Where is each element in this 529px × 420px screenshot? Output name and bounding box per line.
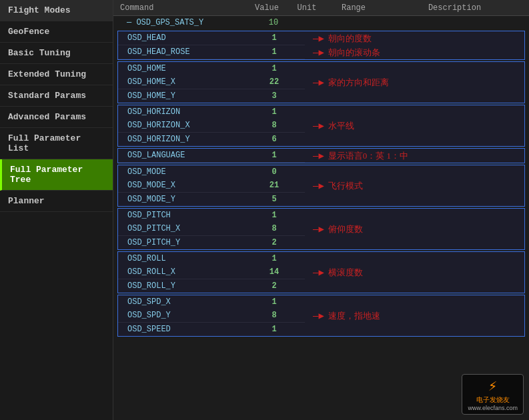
param-row[interactable]: OSD_SPEED1 — [118, 323, 305, 336]
param-group-home-group: OSD_HOME1OSD_HOME_X22—▶家的方向和距离OSD_HOME_Y… — [117, 61, 525, 103]
param-row[interactable]: OSD_MODE0 — [118, 165, 305, 179]
param-group-horizon-group: OSD_HORIZON1OSD_HORIZON_X8—▶水平线OSD_HORIZ… — [117, 105, 525, 147]
annotation: —▶飞行模式 — [310, 180, 363, 192]
sidebar-item-basic-tuning[interactable]: Basic Tuning — [0, 43, 113, 64]
param-value: 2 — [254, 238, 294, 247]
row-wrapper: OSD_SPD_Y8—▶速度，指地速 — [118, 309, 524, 323]
arrow-icon: —▶ — [313, 267, 324, 278]
annotation: —▶家的方向和距离 — [310, 77, 389, 89]
header-description: Description — [380, 3, 529, 13]
param-value: 5 — [254, 195, 294, 204]
param-value: 1 — [254, 47, 294, 57]
param-command: OSD_SPEED — [121, 325, 254, 334]
annotation: —▶速度，指地速 — [310, 310, 380, 322]
row-wrapper: OSD_HORIZON_X8—▶水平线 — [118, 119, 524, 133]
annotation-text: 显示语言0：英 1：中 — [328, 150, 408, 162]
row-wrapper: OSD_PITCH_X8—▶俯仰度数 — [118, 222, 524, 236]
arrow-icon: —▶ — [313, 47, 324, 58]
sidebar-item-standard-params[interactable]: Standard Params — [0, 85, 113, 107]
param-command: OSD_HEAD_ROSE — [121, 47, 254, 57]
header-value: Value — [247, 3, 287, 13]
arrow-icon: —▶ — [313, 33, 324, 44]
row-wrapper: OSD_HORIZON_Y6 — [118, 133, 524, 146]
row-wrapper: OSD_HOME1 — [118, 62, 524, 75]
sidebar-item-full-parameter-list[interactable]: Full Parameter List — [0, 128, 113, 159]
annotation-text: 朝向的滚动条 — [328, 47, 380, 59]
param-row[interactable]: OSD_ROLL_X14 — [118, 265, 305, 279]
top-group-command: — OSD_GPS_SATS_Y — [120, 18, 253, 27]
param-row[interactable]: OSD_HEAD_ROSE1 — [118, 45, 305, 59]
param-row[interactable]: OSD_MODE_Y5 — [118, 193, 305, 206]
param-value: 6 — [254, 135, 294, 144]
annotation-text: 速度，指地速 — [328, 310, 380, 322]
param-command: OSD_HORIZON_Y — [121, 135, 254, 144]
annotation-text: 飞行模式 — [328, 180, 363, 192]
param-value: 1 — [254, 64, 294, 73]
param-command: OSD_LANGUAGE — [121, 151, 254, 160]
watermark-url: www.elecfans.com — [468, 405, 518, 411]
param-value: 1 — [254, 107, 294, 117]
sidebar-item-full-parameter-tree[interactable]: Full Parameter Tree — [0, 159, 113, 191]
row-wrapper: OSD_MODE_Y5 — [118, 193, 524, 206]
param-value: 8 — [254, 121, 294, 130]
param-row[interactable]: OSD_PITCH_Y2 — [118, 236, 305, 249]
sidebar: Flight ModesGeoFenceBasic TuningExtended… — [0, 0, 113, 420]
param-row[interactable]: OSD_HEAD1 — [118, 31, 305, 45]
param-row[interactable]: OSD_HOME_X22 — [118, 75, 305, 89]
param-command: OSD_HORIZON — [121, 107, 254, 117]
watermark-name: 电子发烧友 — [468, 395, 518, 405]
sidebar-item-planner[interactable]: Planner — [0, 191, 113, 212]
arrow-icon: —▶ — [313, 120, 324, 131]
param-row[interactable]: OSD_SPD_Y8 — [118, 309, 305, 323]
sidebar-item-extended-tuning[interactable]: Extended Tuning — [0, 64, 113, 85]
annotation: —▶朝向的度数 — [310, 33, 372, 45]
annotation-text: 横滚度数 — [328, 267, 363, 279]
arrow-icon: —▶ — [313, 150, 324, 161]
param-command: OSD_HOME_X — [121, 77, 254, 87]
param-value: 8 — [254, 224, 294, 233]
param-value: 1 — [254, 151, 294, 160]
param-group-head-group: OSD_HEAD1—▶朝向的度数OSD_HEAD_ROSE1—▶朝向的滚动条 — [117, 31, 525, 60]
main-content: Command Value Unit Range Description — O… — [113, 0, 529, 420]
param-group-pitch-group: OSD_PITCH1OSD_PITCH_X8—▶俯仰度数OSD_PITCH_Y2 — [117, 208, 525, 250]
param-value: 2 — [254, 281, 294, 291]
row-wrapper: OSD_ROLL1 — [118, 252, 524, 265]
sidebar-item-advanced-params[interactable]: Advanced Params — [0, 107, 113, 128]
row-wrapper: OSD_HOME_Y3 — [118, 89, 524, 103]
param-command: OSD_MODE_Y — [121, 195, 254, 204]
param-row[interactable]: OSD_SPD_X1 — [118, 295, 305, 309]
param-row[interactable]: OSD_HORIZON1 — [118, 105, 305, 119]
param-row[interactable]: OSD_HOME_Y3 — [118, 89, 305, 103]
row-wrapper: OSD_HORIZON1 — [118, 105, 524, 119]
param-row[interactable]: OSD_ROLL1 — [118, 252, 305, 265]
annotation: —▶显示语言0：英 1：中 — [310, 150, 408, 162]
param-row[interactable]: OSD_PITCH1 — [118, 209, 305, 222]
param-value: 1 — [254, 297, 294, 307]
row-wrapper: OSD_PITCH_Y2 — [118, 236, 524, 249]
param-value: 1 — [254, 211, 294, 220]
table-body[interactable]: — OSD_GPS_SATS_Y 10 OSD_HEAD1—▶朝向的度数OSD_… — [113, 16, 529, 420]
annotation: —▶俯仰度数 — [310, 223, 363, 235]
arrow-icon: —▶ — [313, 77, 324, 88]
row-wrapper: OSD_PITCH1 — [118, 209, 524, 222]
row-wrapper: OSD_ROLL_X14—▶横滚度数 — [118, 265, 524, 279]
param-value: 1 — [254, 254, 294, 263]
header-unit: Unit — [287, 3, 327, 13]
sidebar-item-geofence[interactable]: GeoFence — [0, 21, 113, 43]
row-wrapper: OSD_LANGUAGE1—▶显示语言0：英 1：中 — [118, 149, 524, 163]
row-wrapper: OSD_HEAD1—▶朝向的度数 — [118, 31, 524, 45]
param-row[interactable]: OSD_HORIZON_Y6 — [118, 133, 305, 146]
param-row[interactable]: OSD_HOME1 — [118, 62, 305, 75]
sidebar-item-flight-modes[interactable]: Flight Modes — [0, 0, 113, 21]
param-row[interactable]: OSD_PITCH_X8 — [118, 222, 305, 236]
param-command: OSD_PITCH — [121, 211, 254, 220]
row-wrapper: OSD_SPD_X1 — [118, 295, 524, 309]
param-row[interactable]: OSD_LANGUAGE1 — [118, 149, 305, 163]
annotation: —▶横滚度数 — [310, 267, 363, 279]
row-wrapper: OSD_ROLL_Y2 — [118, 279, 524, 293]
param-row[interactable]: OSD_MODE_X21 — [118, 179, 305, 193]
row-wrapper: OSD_MODE_X21—▶飞行模式 — [118, 179, 524, 193]
row-wrapper: OSD_HOME_X22—▶家的方向和距离 — [118, 75, 524, 89]
param-row[interactable]: OSD_ROLL_Y2 — [118, 279, 305, 293]
param-row[interactable]: OSD_HORIZON_X8 — [118, 119, 305, 133]
